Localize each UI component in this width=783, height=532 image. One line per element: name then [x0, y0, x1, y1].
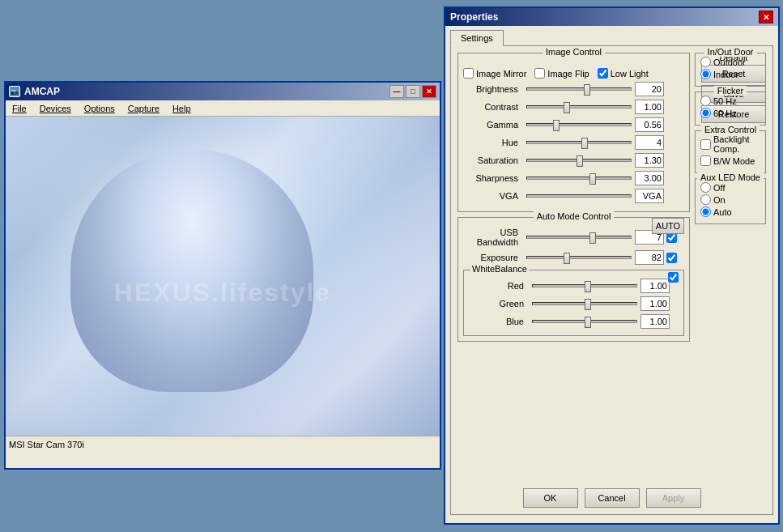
- red-slider[interactable]: [532, 284, 637, 287]
- dialog-bottom-buttons: OK Cancel Apply: [451, 488, 772, 508]
- saturation-slider[interactable]: [526, 159, 632, 162]
- amcap-maximize-btn[interactable]: □: [406, 85, 420, 98]
- vga-slider[interactable]: [526, 194, 632, 198]
- flicker-50hz-label: 50 Hz: [713, 96, 737, 106]
- ok-btn[interactable]: OK: [523, 488, 578, 508]
- red-label: Red: [469, 281, 524, 291]
- aux-on-radio[interactable]: [700, 194, 711, 205]
- red-row: Red: [469, 279, 679, 293]
- image-mirror-checkbox-item[interactable]: Image Mirror: [463, 68, 526, 79]
- bw-mode-checkbox[interactable]: [700, 155, 711, 166]
- menu-capture[interactable]: Capture: [125, 103, 163, 114]
- right-panel: In/Out Door Outdoor Indoor Flicker 50 Hz: [695, 53, 766, 229]
- backlight-checkbox[interactable]: [700, 139, 711, 150]
- vga-value[interactable]: [635, 189, 664, 203]
- auto-btn[interactable]: AUTO: [652, 218, 684, 234]
- blue-thumb[interactable]: [585, 317, 591, 328]
- props-close-btn[interactable]: ✕: [759, 11, 773, 23]
- green-slider[interactable]: [532, 302, 637, 305]
- sharpness-slider[interactable]: [526, 177, 632, 180]
- saturation-value[interactable]: [635, 153, 664, 168]
- contrast-value[interactable]: [635, 100, 664, 114]
- menu-devices[interactable]: Devices: [36, 103, 74, 114]
- vga-label: VGA: [463, 191, 518, 201]
- auto-mode-section: Auto Mode Control AUTO USB Bandwidth Exp…: [457, 217, 690, 342]
- contrast-slider[interactable]: [526, 105, 632, 109]
- flicker-60hz-radio[interactable]: [700, 108, 711, 118]
- green-thumb[interactable]: [585, 299, 591, 310]
- exposure-auto-checkbox[interactable]: [666, 253, 677, 263]
- brightness-slider[interactable]: [526, 87, 632, 91]
- sharpness-thumb[interactable]: [589, 173, 596, 185]
- amcap-menubar: File Devices Options Capture Help: [6, 100, 440, 117]
- outdoor-radio-item[interactable]: Outdoor: [700, 57, 760, 67]
- hue-thumb[interactable]: [581, 138, 588, 149]
- flicker-50hz-radio[interactable]: [700, 96, 711, 106]
- props-titlebar: Properties ✕: [445, 8, 778, 26]
- low-light-checkbox-item[interactable]: Low Light: [598, 68, 649, 79]
- indoor-radio[interactable]: [700, 69, 711, 79]
- aux-on-item[interactable]: On: [700, 194, 760, 205]
- gamma-label: Gamma: [463, 120, 518, 130]
- brightness-value[interactable]: [635, 82, 664, 96]
- amcap-title: AMCAP: [24, 86, 389, 97]
- aux-auto-item[interactable]: Auto: [700, 206, 760, 217]
- white-balance-checkbox[interactable]: [668, 272, 679, 283]
- hue-value[interactable]: [635, 135, 664, 150]
- image-mirror-checkbox[interactable]: [463, 68, 474, 79]
- flicker-label: Flicker: [714, 86, 747, 96]
- hue-row: Hue: [463, 135, 684, 150]
- indoor-radio-item[interactable]: Indoor: [700, 69, 760, 79]
- flicker-50hz-item[interactable]: 50 Hz: [700, 96, 760, 106]
- amcap-minimize-btn[interactable]: —: [389, 85, 404, 98]
- usb-slider[interactable]: [526, 236, 632, 239]
- indoor-label: Indoor: [713, 70, 738, 79]
- brightness-row: Brightness: [463, 82, 684, 96]
- tab-settings[interactable]: Settings: [450, 30, 504, 46]
- properties-dialog: Properties ✕ Settings Default Reset Save…: [444, 6, 780, 525]
- exposure-slider[interactable]: [526, 256, 632, 259]
- gamma-value[interactable]: [635, 117, 664, 132]
- menu-options[interactable]: Options: [81, 103, 118, 114]
- saturation-thumb[interactable]: [577, 155, 583, 167]
- outdoor-label: Outdoor: [713, 57, 746, 67]
- outdoor-radio[interactable]: [700, 57, 711, 67]
- tab-strip: Settings: [445, 26, 778, 45]
- cancel-btn[interactable]: Cancel: [585, 488, 640, 508]
- exposure-value[interactable]: [635, 250, 664, 265]
- menu-help[interactable]: Help: [169, 103, 194, 114]
- backlight-checkbox-item[interactable]: Backlight Comp.: [700, 134, 760, 154]
- amcap-close-btn[interactable]: ✕: [422, 85, 436, 98]
- aux-auto-radio[interactable]: [700, 206, 711, 217]
- image-flip-checkbox[interactable]: [534, 68, 545, 79]
- low-light-checkbox[interactable]: [598, 68, 608, 79]
- usb-thumb[interactable]: [589, 232, 596, 244]
- sharpness-value[interactable]: [635, 171, 664, 185]
- props-title: Properties: [450, 11, 759, 23]
- flicker-60hz-item[interactable]: 60 Hz: [700, 108, 760, 118]
- amcap-titlebar-buttons: — □ ✕: [389, 85, 436, 98]
- brightness-label: Brightness: [463, 84, 518, 94]
- saturation-row: Saturation: [463, 153, 684, 168]
- gamma-thumb[interactable]: [553, 120, 560, 131]
- exposure-thumb[interactable]: [564, 253, 570, 264]
- gamma-slider[interactable]: [526, 123, 632, 126]
- amcap-statusbar: MSI Star Cam 370i: [6, 436, 440, 452]
- aux-off-item[interactable]: Off: [700, 182, 760, 193]
- menu-file[interactable]: File: [9, 103, 30, 114]
- blue-slider[interactable]: [532, 320, 637, 323]
- red-thumb[interactable]: [585, 281, 591, 292]
- apply-btn[interactable]: Apply: [646, 488, 701, 508]
- contrast-thumb[interactable]: [564, 102, 570, 113]
- brightness-thumb[interactable]: [584, 84, 590, 96]
- aux-led-section: Aux LED Mode Off On Auto: [695, 178, 766, 224]
- bw-mode-checkbox-item[interactable]: B/W Mode: [700, 155, 760, 166]
- image-flip-checkbox-item[interactable]: Image Flip: [534, 68, 589, 79]
- blue-value[interactable]: [640, 314, 670, 329]
- green-value[interactable]: [640, 296, 670, 311]
- hue-slider[interactable]: [526, 141, 632, 144]
- image-control-section: Image Control Image Mirror Image Flip Lo…: [457, 53, 690, 212]
- amcap-window: 📷 AMCAP — □ ✕ File Devices Options Captu…: [4, 81, 441, 470]
- red-value[interactable]: [640, 279, 670, 293]
- aux-off-radio[interactable]: [700, 182, 711, 193]
